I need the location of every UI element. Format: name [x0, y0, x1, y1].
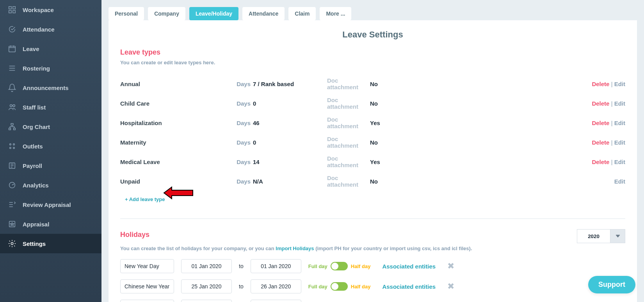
- to-label: to: [239, 283, 244, 290]
- delete-link[interactable]: Delete: [592, 81, 609, 87]
- holiday-name-input[interactable]: [120, 300, 174, 302]
- svg-rect-2: [9, 11, 11, 13]
- import-holidays-link[interactable]: Import Holidays: [276, 245, 314, 251]
- leave-type-actions: Delete|Edit: [592, 159, 625, 165]
- delete-link[interactable]: Delete: [592, 100, 609, 107]
- holiday-row: toFull dayHalf dayAssociated entities✖: [120, 300, 625, 302]
- holidays-subheader: You can create the list of holidays for …: [120, 245, 625, 251]
- review-icon: [8, 200, 16, 209]
- leave-type-days: 0: [253, 100, 327, 107]
- delete-holiday-icon[interactable]: ✖: [447, 261, 454, 271]
- delete-link[interactable]: Delete: [592, 120, 609, 126]
- associated-entities-link[interactable]: Associated entities: [382, 283, 436, 290]
- full-day-label: Full day: [308, 263, 327, 269]
- support-button[interactable]: Support: [588, 276, 635, 293]
- doc-label: Doc attachment: [327, 116, 370, 129]
- sidebar-item-appraisal[interactable]: Appraisal: [0, 214, 101, 234]
- half-day-label: Half day: [351, 284, 371, 290]
- main-content: Personal Company Leave/Holiday Attendanc…: [101, 0, 644, 302]
- leave-type-actions: Delete|Edit: [592, 120, 625, 126]
- edit-link[interactable]: Edit: [614, 159, 625, 165]
- holiday-name-input[interactable]: [120, 259, 174, 273]
- leave-type-actions: Delete|Edit: [592, 100, 625, 107]
- edit-link[interactable]: Edit: [614, 81, 625, 87]
- tab-attendance[interactable]: Attendance: [242, 7, 285, 20]
- tabs: Personal Company Leave/Holiday Attendanc…: [109, 0, 637, 20]
- attendance-icon: [8, 25, 16, 34]
- tab-personal[interactable]: Personal: [109, 7, 144, 20]
- edit-link[interactable]: Edit: [614, 178, 625, 185]
- arrow-annotation-icon: [163, 185, 194, 202]
- sidebar-item-label: Staff list: [23, 104, 46, 111]
- edit-link[interactable]: Edit: [614, 120, 625, 126]
- sidebar-item-workspace[interactable]: Workspace: [0, 0, 101, 19]
- tab-claim[interactable]: Claim: [288, 7, 316, 20]
- sidebar-item-settings[interactable]: Settings: [0, 234, 101, 253]
- leave-type-row: UnpaidDaysN/ADoc attachmentNoEdit: [120, 171, 625, 191]
- sidebar-item-announcements[interactable]: Announcements: [0, 78, 101, 97]
- leave-type-name: Maternity: [120, 139, 233, 146]
- holiday-name-input[interactable]: [120, 279, 174, 293]
- sidebar-item-leave[interactable]: Leave: [0, 39, 101, 58]
- delete-link[interactable]: Delete: [592, 159, 609, 165]
- tab-more[interactable]: More ...: [320, 7, 351, 20]
- edit-link[interactable]: Edit: [614, 139, 625, 146]
- tab-company[interactable]: Company: [148, 7, 185, 20]
- delete-link[interactable]: Delete: [592, 139, 609, 146]
- leave-type-doc: No: [370, 100, 460, 107]
- holiday-from-date[interactable]: [181, 300, 232, 302]
- delete-holiday-icon[interactable]: ✖: [447, 281, 454, 291]
- sidebar-item-label: Payroll: [23, 162, 42, 169]
- holiday-to-date[interactable]: [251, 259, 301, 273]
- analytics-icon: [8, 181, 16, 189]
- sidebar-item-label: Workspace: [23, 7, 54, 13]
- leave-type-name: Child Care: [120, 100, 233, 107]
- payroll-icon: [8, 161, 16, 170]
- svg-rect-7: [11, 124, 13, 125]
- sidebar-item-payroll[interactable]: Payroll: [0, 156, 101, 175]
- leave-icon: [8, 44, 16, 53]
- sidebar-item-org-chart[interactable]: Org Chart: [0, 117, 101, 136]
- leave-type-days: 7 / Rank based: [253, 81, 327, 87]
- edit-link[interactable]: Edit: [614, 100, 625, 107]
- sidebar-item-staff-list[interactable]: Staff list: [0, 97, 101, 117]
- holiday-row: toFull dayHalf dayAssociated entities✖: [120, 279, 625, 293]
- sidebar-item-label: Org Chart: [23, 124, 50, 130]
- outlets-icon: [8, 142, 16, 150]
- full-half-toggle: Full dayHalf day: [308, 262, 371, 270]
- days-label: Days: [233, 139, 253, 146]
- staff-icon: [8, 103, 16, 111]
- add-leave-type-link[interactable]: + Add leave type: [125, 196, 165, 202]
- leave-type-row: HospitalizationDays46Doc attachmentYesDe…: [120, 113, 625, 132]
- leave-type-days: N/A: [253, 178, 327, 185]
- holiday-to-date[interactable]: [251, 300, 301, 302]
- sidebar-item-attendance[interactable]: Attendance: [0, 19, 101, 39]
- sidebar-item-review-appraisal[interactable]: Review Appraisal: [0, 195, 101, 214]
- appraisal-icon: [8, 220, 16, 228]
- holiday-to-date[interactable]: [251, 279, 301, 293]
- svg-point-17: [11, 242, 13, 245]
- sidebar-item-rostering[interactable]: Rostering: [0, 58, 101, 78]
- days-label: Days: [233, 159, 253, 165]
- associated-entities-link[interactable]: Associated entities: [382, 263, 436, 270]
- sidebar-item-label: Announcements: [23, 85, 69, 91]
- svg-rect-1: [13, 7, 15, 9]
- holiday-from-date[interactable]: [181, 259, 232, 273]
- days-label: Days: [233, 120, 253, 126]
- day-type-toggle[interactable]: [331, 282, 348, 291]
- rostering-icon: [8, 64, 16, 72]
- leave-type-row: MaternityDays0Doc attachmentNoDelete|Edi…: [120, 132, 625, 152]
- tab-leave-holiday[interactable]: Leave/Holiday: [189, 7, 238, 20]
- day-type-toggle[interactable]: [331, 262, 348, 270]
- holiday-from-date[interactable]: [181, 279, 232, 293]
- year-dropdown-button[interactable]: [610, 229, 625, 243]
- leave-type-row: Child CareDays0Doc attachmentNoDelete|Ed…: [120, 94, 625, 113]
- svg-rect-9: [14, 128, 16, 130]
- sidebar-item-outlets[interactable]: Outlets: [0, 136, 101, 156]
- doc-label: Doc attachment: [327, 97, 370, 110]
- sidebar-item-analytics[interactable]: Analytics: [0, 175, 101, 195]
- svg-point-10: [10, 144, 11, 145]
- doc-label: Doc attachment: [327, 155, 370, 168]
- year-input[interactable]: [577, 229, 610, 243]
- leave-type-name: Medical Leave: [120, 159, 233, 165]
